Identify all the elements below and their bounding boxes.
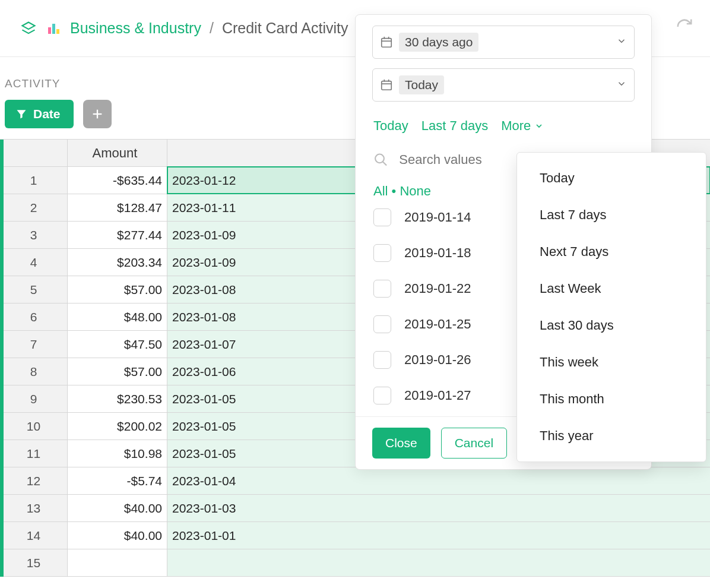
row-number[interactable]: 9 [0, 385, 68, 412]
row-number[interactable]: 3 [0, 222, 68, 248]
cell-amount[interactable]: $40.00 [68, 495, 167, 521]
row-number[interactable]: 1 [0, 167, 68, 194]
column-header-amount[interactable]: Amount [68, 140, 167, 166]
active-column-indicator [0, 140, 4, 577]
chevron-down-icon [616, 78, 627, 92]
checkbox[interactable] [373, 244, 391, 262]
table-row[interactable]: 13$40.002023-01-03 [0, 495, 710, 522]
more-menu-item[interactable]: Next 7 days [517, 233, 706, 270]
filter-chip-label: Date [33, 107, 61, 121]
svg-marker-0 [23, 22, 35, 29]
row-number[interactable]: 15 [0, 549, 68, 576]
row-number[interactable]: 14 [0, 522, 68, 549]
svg-point-14 [375, 154, 384, 163]
more-ranges-menu: TodayLast 7 daysNext 7 daysLast WeekLast… [516, 152, 706, 462]
quick-range-more-label: More [501, 118, 531, 134]
row-number[interactable]: 11 [0, 440, 68, 467]
funnel-icon [15, 108, 27, 120]
row-number[interactable]: 5 [0, 276, 68, 303]
row-number[interactable]: 6 [0, 304, 68, 330]
cell-amount[interactable]: $277.44 [68, 222, 167, 248]
filter-value-label: 2019-01-27 [404, 388, 471, 403]
filter-value-label: 2019-01-26 [404, 352, 471, 368]
svg-rect-3 [56, 29, 59, 34]
breadcrumb: Business & Industry / Credit Card Activi… [70, 20, 348, 37]
refresh-icon[interactable] [676, 18, 693, 39]
row-number[interactable]: 4 [0, 249, 68, 276]
cell-date[interactable] [167, 549, 710, 576]
breadcrumb-separator: / [210, 20, 214, 37]
cell-amount[interactable]: $48.00 [68, 304, 167, 330]
row-number[interactable]: 7 [0, 331, 68, 358]
plus-icon [91, 108, 104, 121]
more-menu-item[interactable]: Last 30 days [517, 307, 706, 344]
more-menu-item[interactable]: Last Week [517, 270, 706, 307]
bar-chart-icon [45, 20, 62, 37]
row-number[interactable]: 12 [0, 467, 68, 494]
more-menu-item[interactable]: Last 7 days [517, 197, 706, 233]
close-button[interactable]: Close [372, 428, 430, 459]
svg-rect-2 [52, 24, 55, 34]
cell-date[interactable]: 2023-01-01 [167, 522, 710, 549]
cell-date[interactable]: 2023-01-04 [167, 467, 710, 494]
breadcrumb-current: Credit Card Activity [222, 20, 348, 37]
table-row[interactable]: 12-$5.742023-01-04 [0, 467, 710, 495]
cell-amount[interactable]: $47.50 [68, 331, 167, 358]
filter-value-label: 2019-01-14 [404, 210, 471, 225]
cell-amount[interactable]: $128.47 [68, 194, 167, 221]
cell-amount[interactable]: -$5.74 [68, 467, 167, 494]
table-row[interactable]: 14$40.002023-01-01 [0, 522, 710, 549]
breadcrumb-parent[interactable]: Business & Industry [70, 20, 201, 37]
checkbox[interactable] [373, 280, 391, 298]
svg-line-15 [383, 162, 386, 165]
cell-amount[interactable]: $40.00 [68, 522, 167, 549]
cell-amount[interactable]: -$635.44 [68, 167, 167, 194]
checkbox[interactable] [373, 208, 391, 226]
cell-date[interactable]: 2023-01-03 [167, 495, 710, 521]
row-number[interactable]: 10 [0, 413, 68, 440]
calendar-icon [380, 36, 393, 49]
row-number[interactable]: 2 [0, 194, 68, 221]
filter-value-label: 2019-01-22 [404, 281, 471, 296]
filter-value-label: 2019-01-18 [404, 245, 471, 261]
date-range-from[interactable]: 30 days ago [372, 26, 635, 59]
cell-amount[interactable]: $230.53 [68, 385, 167, 412]
add-filter-button[interactable] [83, 100, 112, 128]
date-range-from-value: 30 days ago [399, 33, 478, 52]
chevron-down-icon [534, 121, 544, 131]
filter-value-label: 2019-01-25 [404, 317, 471, 332]
filter-chip-date[interactable]: Date [5, 100, 74, 128]
more-menu-item[interactable]: Today [517, 160, 706, 197]
quick-range-last7[interactable]: Last 7 days [421, 118, 489, 134]
calendar-icon [380, 78, 393, 91]
cell-amount[interactable]: $57.00 [68, 276, 167, 303]
search-icon [373, 151, 388, 168]
checkbox[interactable] [373, 351, 391, 369]
cancel-button[interactable]: Cancel [441, 428, 507, 459]
layers-icon[interactable] [20, 20, 37, 37]
more-menu-item[interactable]: This year [517, 418, 706, 454]
checkbox[interactable] [373, 315, 391, 333]
quick-range-today[interactable]: Today [373, 118, 408, 134]
svg-rect-6 [382, 39, 392, 48]
more-menu-item[interactable]: This week [517, 344, 706, 381]
date-range-to[interactable]: Today [372, 68, 635, 102]
cell-amount[interactable]: $200.02 [68, 413, 167, 440]
svg-rect-10 [382, 81, 392, 90]
svg-rect-1 [48, 27, 51, 34]
more-menu-item[interactable]: This month [517, 381, 706, 418]
chevron-down-icon [616, 36, 627, 49]
table-row[interactable]: 15 [0, 549, 710, 577]
cell-amount[interactable]: $10.98 [68, 440, 167, 467]
row-number[interactable]: 8 [0, 358, 68, 385]
quick-range-row: Today Last 7 days More [356, 102, 651, 138]
cell-amount[interactable] [68, 549, 167, 576]
cell-amount[interactable]: $57.00 [68, 358, 167, 385]
checkbox[interactable] [373, 387, 391, 404]
date-range-to-value: Today [399, 75, 444, 94]
row-header-blank [0, 140, 68, 166]
cell-amount[interactable]: $203.34 [68, 249, 167, 276]
quick-range-more[interactable]: More [501, 118, 544, 134]
row-number[interactable]: 13 [0, 495, 68, 521]
